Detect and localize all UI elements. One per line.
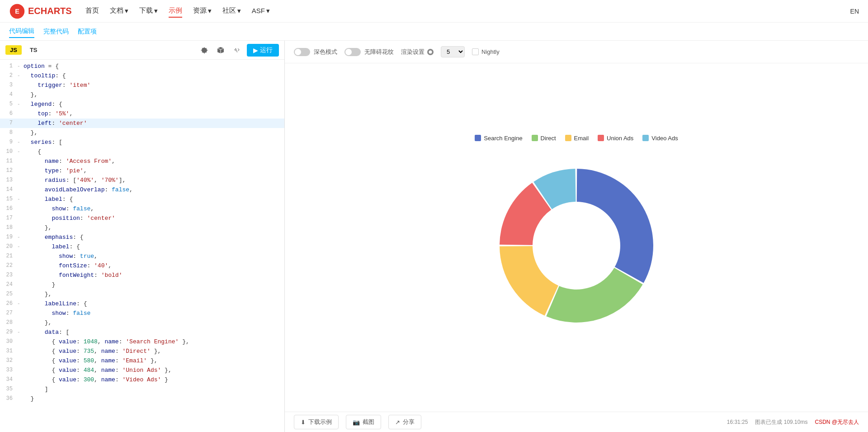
js-button[interactable]: JS (5, 45, 22, 55)
legend-label: Video Ads (651, 135, 678, 142)
line-collapse-btn[interactable]: - (17, 233, 24, 242)
nav-community[interactable]: 社区 ▾ (222, 5, 241, 18)
dark-mode-toggle-group: 深色模式 (294, 48, 337, 56)
settings-icon (201, 47, 208, 54)
line-code: fontWeight: 'bold' (24, 271, 283, 280)
nav-download[interactable]: 下载 ▾ (139, 5, 158, 18)
legend-color-dot (475, 135, 481, 141)
legend-item[interactable]: Video Ads (642, 135, 678, 142)
dark-mode-toggle[interactable] (294, 48, 310, 56)
lang-switcher[interactable]: EN (850, 8, 859, 15)
code-toolbar: JS TS ▶ 运行 (0, 41, 284, 60)
line-collapse-btn (17, 261, 24, 271)
code-line: 13 radius: ['40%', '70%'], (0, 176, 284, 185)
code-line: 18 }, (0, 223, 284, 233)
download-example-button[interactable]: ⬇ 下载示例 (294, 415, 339, 429)
status-label: 图表已生成 109.10ms (755, 418, 807, 426)
line-code: }, (24, 290, 283, 299)
line-number: 34 (1, 375, 17, 385)
time-label: 16:31:25 (727, 419, 748, 425)
line-number: 22 (1, 261, 17, 271)
code-line: 6 top: '5%', (0, 109, 284, 119)
ts-button[interactable]: TS (25, 45, 42, 55)
line-number: 1 (1, 62, 17, 71)
line-code: { value: 484, name: 'Union Ads' }, (24, 366, 283, 375)
line-collapse-btn[interactable]: - (17, 100, 24, 109)
nightly-group: Nightly (472, 48, 500, 55)
line-number: 2 (1, 71, 17, 81)
code-editor[interactable]: 1-option = {2- tooltip: {3 trigger: 'ite… (0, 60, 284, 432)
render-settings-btn[interactable]: 渲染设置 (401, 48, 434, 56)
subtab-config[interactable]: 配置项 (78, 26, 97, 38)
line-collapse-btn (17, 214, 24, 223)
line-collapse-btn (17, 128, 24, 138)
line-code: name: 'Access From', (24, 157, 283, 166)
settings-icon-btn[interactable] (198, 44, 211, 57)
code-line: 32 { value: 580, name: 'Email' }, (0, 356, 284, 366)
nav-examples[interactable]: 示例 (169, 5, 182, 18)
line-number: 30 (1, 337, 17, 347)
line-collapse-btn[interactable]: - (17, 299, 24, 309)
line-code: }, (24, 90, 283, 100)
subtab-full-code[interactable]: 完整代码 (43, 26, 69, 38)
nav-docs[interactable]: 文档 ▾ (110, 5, 128, 18)
code-line: 4 }, (0, 90, 284, 100)
subtab-code-editor[interactable]: 代码编辑 (9, 25, 34, 38)
code-line: 28 }, (0, 318, 284, 328)
share-button[interactable]: ↗ 分享 (388, 415, 421, 429)
line-number: 19 (1, 233, 17, 242)
code-line: 29- data: [ (0, 328, 284, 337)
line-collapse-btn[interactable]: - (17, 147, 24, 157)
line-code: } (24, 280, 283, 290)
line-number: 35 (1, 385, 17, 394)
nav-resources-chevron-icon: ▾ (208, 7, 212, 15)
legend-label: Search Engine (484, 135, 522, 142)
line-number: 13 (1, 176, 17, 185)
speed-select[interactable]: 5 1 2 3 10 (441, 46, 465, 57)
legend-item[interactable]: Union Ads (598, 135, 633, 142)
nightly-checkbox[interactable] (472, 48, 479, 55)
logo[interactable]: E ECHARTS (9, 3, 72, 19)
line-code: position: 'center' (24, 214, 283, 223)
nav-asf[interactable]: ASF ▾ (252, 5, 270, 18)
line-collapse-btn[interactable]: - (17, 328, 24, 337)
line-collapse-btn[interactable]: - (17, 71, 24, 81)
line-collapse-btn[interactable]: - (17, 138, 24, 147)
line-collapse-btn[interactable]: - (17, 62, 24, 71)
line-collapse-btn[interactable]: - (17, 195, 24, 204)
header: E ECHARTS 首页 文档 ▾ 下载 ▾ 示例 资源 ▾ 社区 ▾ ASF … (0, 0, 868, 23)
line-number: 9 (1, 138, 17, 147)
line-collapse-btn[interactable]: - (17, 242, 24, 252)
legend-item[interactable]: Direct (532, 135, 556, 142)
legend-item[interactable]: Email (565, 135, 589, 142)
legend-color-dot (598, 135, 604, 141)
line-code: show: false (24, 309, 283, 318)
code-line: 34 { value: 300, name: 'Video Ads' } (0, 375, 284, 385)
run-button[interactable]: ▶ 运行 (247, 44, 279, 57)
cube-icon-btn[interactable] (214, 44, 227, 57)
legend-color-dot (565, 135, 571, 141)
code-line: 9- series: [ (0, 138, 284, 147)
code-icon-btn[interactable] (231, 44, 243, 57)
line-number: 24 (1, 280, 17, 290)
legend-item[interactable]: Search Engine (475, 135, 522, 142)
nav-resources[interactable]: 资源 ▾ (193, 5, 212, 18)
no-border-toggle[interactable] (344, 48, 361, 56)
screenshot-button[interactable]: 📷 截图 (346, 415, 381, 429)
line-collapse-btn (17, 176, 24, 185)
line-number: 16 (1, 204, 17, 214)
line-code: label: { (24, 242, 283, 252)
code-line: 17 position: 'center' (0, 214, 284, 223)
line-code: type: 'pie', (24, 166, 283, 176)
logo-text: ECHARTS (28, 6, 72, 16)
download-icon: ⬇ (301, 419, 306, 426)
line-collapse-btn (17, 185, 24, 195)
donut-svg (481, 151, 671, 341)
code-line: 35 ] (0, 385, 284, 394)
dark-mode-label: 深色模式 (314, 48, 337, 56)
line-code: }, (24, 128, 283, 138)
code-line: 10- { (0, 147, 284, 157)
line-collapse-btn (17, 271, 24, 280)
line-collapse-btn (17, 318, 24, 328)
nav-home[interactable]: 首页 (85, 5, 99, 18)
